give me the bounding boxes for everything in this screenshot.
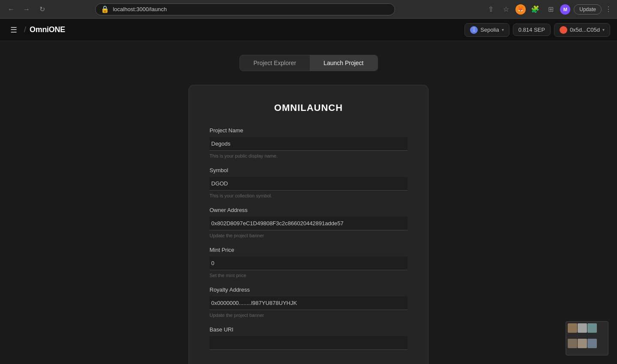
wallet-avatar <box>560 26 567 34</box>
menu-dots[interactable]: ⋮ <box>605 5 612 13</box>
browser-chrome: ← → ↻ 🔒 localhost:3000/launch ⇧ ☆ 🦊 🧩 ⊞ … <box>0 0 617 19</box>
forward-button[interactable]: → <box>21 3 33 15</box>
sidebar-toggle[interactable]: ☰ <box>7 23 21 37</box>
field-owner-address: Owner Address Update the project banner <box>210 207 407 238</box>
input-owner-address[interactable] <box>210 217 407 230</box>
header-separator: / <box>24 25 26 34</box>
tab-group: Project Explorer Launch Project <box>240 55 378 71</box>
wallet-chevron-icon: ▾ <box>602 27 605 32</box>
app-header: ☰ / OmniONE Ξ Sepolia ▾ 0.814 SEP 0x5d..… <box>0 19 617 41</box>
grid-button[interactable]: ⊞ <box>545 3 557 15</box>
browser-address-bar[interactable]: 🔒 localhost:3000/launch <box>95 3 395 15</box>
network-name: Sepolia <box>480 27 499 33</box>
thumbnail-face-4 <box>568 339 577 348</box>
bookmark-button[interactable]: ☆ <box>500 3 512 15</box>
network-chevron-icon: ▾ <box>502 27 504 32</box>
hint-symbol: This is your collection symbol. <box>210 193 407 198</box>
field-project-name: Project Name This is your public display… <box>210 127 407 158</box>
field-royalty-address: Royalty Address Update the project banne… <box>210 286 407 318</box>
browser-actions: ⇧ ☆ 🦊 🧩 ⊞ M Update ⋮ <box>485 3 612 15</box>
input-base-uri[interactable] <box>210 336 407 350</box>
thumbnail-face-6 <box>587 339 597 348</box>
form-title: OMNILAUNCH <box>210 102 407 113</box>
input-royalty-address[interactable] <box>210 296 407 310</box>
hint-mint-price: Set the mint price <box>210 273 407 278</box>
share-button[interactable]: ⇧ <box>485 3 497 15</box>
input-project-name[interactable] <box>210 137 407 151</box>
label-royalty-address: Royalty Address <box>210 286 407 293</box>
label-symbol: Symbol <box>210 167 407 173</box>
back-button[interactable]: ← <box>5 3 17 15</box>
url-display: localhost:3000/launch <box>113 6 167 12</box>
metamask-icon[interactable]: 🦊 <box>515 4 526 15</box>
tab-project-explorer[interactable]: Project Explorer <box>240 55 310 71</box>
thumbnail-face-1 <box>568 323 577 333</box>
browser-nav-buttons: ← → ↻ <box>5 3 48 15</box>
label-mint-price: Mint Price <box>210 247 407 253</box>
hint-royalty-address: Update the project banner <box>210 313 407 318</box>
field-base-uri: Base URI <box>210 326 407 350</box>
label-base-uri: Base URI <box>210 326 407 333</box>
thumbnail-preview <box>566 321 608 355</box>
balance-display: 0.814 SEP <box>513 24 551 36</box>
wallet-address[interactable]: 0x5d...C05d ▾ <box>554 23 610 37</box>
puzzle-button[interactable]: 🧩 <box>529 3 541 15</box>
app-logo: OmniONE <box>30 25 65 34</box>
thumbnail-face-5 <box>578 339 587 348</box>
field-symbol: Symbol This is your collection symbol. <box>210 167 407 198</box>
header-right: Ξ Sepolia ▾ 0.814 SEP 0x5d...C05d ▾ <box>464 23 610 37</box>
thumbnail-inner <box>566 322 608 355</box>
hint-project-name: This is your public display name. <box>210 153 407 158</box>
label-owner-address: Owner Address <box>210 207 407 213</box>
network-selector[interactable]: Ξ Sepolia ▾ <box>464 23 509 37</box>
hint-owner-address: Update the project banner <box>210 233 407 238</box>
thumbnail-face-2 <box>578 323 587 333</box>
input-symbol[interactable] <box>210 177 407 191</box>
lock-icon: 🔒 <box>101 5 109 13</box>
wallet-address-text: 0x5d...C05d <box>570 27 600 33</box>
thumbnail-face-3 <box>587 323 597 333</box>
profile-icon[interactable]: M <box>560 4 570 15</box>
input-mint-price[interactable] <box>210 257 407 270</box>
eth-icon: Ξ <box>470 26 478 34</box>
form-card: OMNILAUNCH Project Name This is your pub… <box>189 85 428 364</box>
update-button[interactable]: Update <box>574 4 602 15</box>
field-mint-price: Mint Price Set the mint price <box>210 247 407 278</box>
main-content: Project Explorer Launch Project OMNILAUN… <box>0 41 617 364</box>
tab-launch-project[interactable]: Launch Project <box>310 55 377 71</box>
tab-nav: Project Explorer Launch Project <box>7 55 610 71</box>
label-project-name: Project Name <box>210 127 407 134</box>
reload-button[interactable]: ↻ <box>36 3 48 15</box>
